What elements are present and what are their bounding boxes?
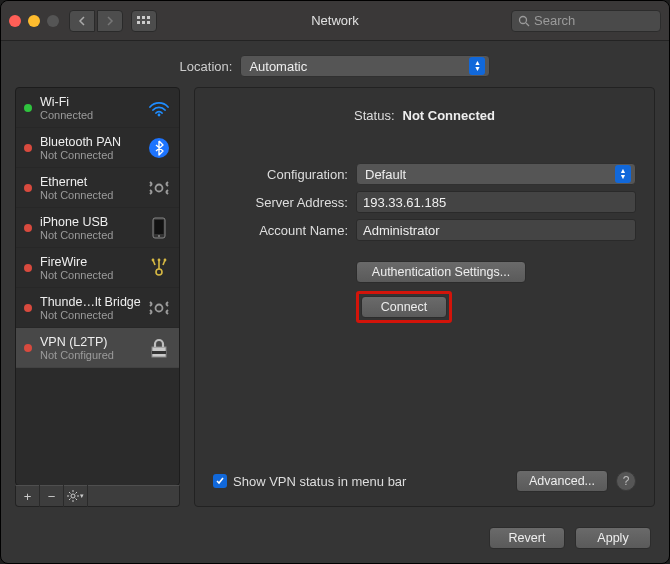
search-placeholder: Search: [534, 13, 575, 28]
svg-line-31: [76, 492, 78, 494]
svg-point-19: [152, 258, 155, 261]
svg-rect-0: [137, 16, 140, 19]
location-row: Location: Automatic ▲▼: [1, 41, 669, 87]
minimize-window-button[interactable]: [28, 15, 40, 27]
svg-line-32: [69, 499, 71, 501]
footer: Revert Apply: [1, 517, 669, 563]
services-list[interactable]: Wi-FiConnectedBluetooth PANNot Connected…: [15, 87, 180, 486]
status-dot: [24, 264, 32, 272]
service-status: Not Connected: [40, 309, 143, 321]
vpn-icon: [147, 336, 171, 360]
svg-rect-4: [142, 21, 145, 24]
status-dot: [24, 104, 32, 112]
status-dot: [24, 224, 32, 232]
actions-menu-button[interactable]: ▾: [64, 485, 88, 507]
grid-icon: [137, 16, 151, 26]
wifi-icon: [147, 96, 171, 120]
connect-highlight: Connect: [356, 291, 452, 323]
location-select[interactable]: Automatic ▲▼: [240, 55, 490, 77]
service-name: Thunde…lt Bridge: [40, 295, 143, 309]
sidebar-item-firewire[interactable]: FireWireNot Connected: [16, 248, 179, 288]
ethernet-icon: [147, 176, 171, 200]
sidebar-item-thunde-lt-bridge[interactable]: Thunde…lt BridgeNot Connected: [16, 288, 179, 328]
server-address-label: Server Address:: [213, 195, 348, 210]
status-dot: [24, 304, 32, 312]
connect-button[interactable]: Connect: [361, 296, 447, 318]
svg-point-18: [158, 258, 161, 261]
status-label: Status:: [354, 108, 394, 123]
show-vpn-label: Show VPN status in menu bar: [233, 474, 406, 489]
service-name: VPN (L2TP): [40, 335, 143, 349]
svg-point-13: [158, 235, 160, 237]
service-name: Ethernet: [40, 175, 143, 189]
add-service-button[interactable]: +: [16, 485, 40, 507]
location-value: Automatic: [249, 59, 307, 74]
search-input[interactable]: Search: [511, 10, 661, 32]
location-label: Location:: [180, 59, 233, 74]
sidebar: Wi-FiConnectedBluetooth PANNot Connected…: [15, 87, 180, 507]
svg-point-20: [164, 258, 167, 261]
apply-button[interactable]: Apply: [575, 527, 651, 549]
sidebar-item-bluetooth-pan[interactable]: Bluetooth PANNot Connected: [16, 128, 179, 168]
close-window-button[interactable]: [9, 15, 21, 27]
configuration-select[interactable]: Default ▲▼: [356, 163, 636, 185]
svg-rect-3: [137, 21, 140, 24]
firewire-icon: [147, 256, 171, 280]
action-buttons: Authentication Settings... Connect: [356, 261, 636, 323]
show-all-button[interactable]: [131, 10, 157, 32]
service-status: Not Connected: [40, 269, 143, 281]
bluetooth-icon: [147, 136, 171, 160]
network-preferences-window: Network Search Location: Automatic ▲▼ Wi…: [0, 0, 670, 564]
titlebar: Network Search: [1, 1, 669, 41]
svg-rect-12: [155, 220, 164, 234]
service-status: Not Connected: [40, 149, 143, 161]
sidebar-item-ethernet[interactable]: EthernetNot Connected: [16, 168, 179, 208]
updown-icon: ▲▼: [469, 57, 485, 75]
sidebar-item-iphone-usb[interactable]: iPhone USBNot Connected: [16, 208, 179, 248]
svg-point-14: [156, 269, 162, 275]
remove-service-button[interactable]: −: [40, 485, 64, 507]
sidebar-item-vpn-l2tp-[interactable]: VPN (L2TP)Not Configured: [16, 328, 179, 368]
advanced-button[interactable]: Advanced...: [516, 470, 608, 492]
status-dot: [24, 144, 32, 152]
authentication-settings-button[interactable]: Authentication Settings...: [356, 261, 526, 283]
window-title: Network: [311, 13, 359, 28]
back-button[interactable]: [69, 10, 95, 32]
account-name-label: Account Name:: [213, 223, 348, 238]
service-status: Not Configured: [40, 349, 143, 361]
server-address-input[interactable]: 193.33.61.185: [356, 191, 636, 213]
gear-icon: [67, 490, 79, 502]
service-name: Bluetooth PAN: [40, 135, 143, 149]
svg-point-6: [520, 16, 527, 23]
svg-point-8: [158, 113, 161, 116]
zoom-window-button[interactable]: [47, 15, 59, 27]
service-status: Not Connected: [40, 189, 143, 201]
revert-button[interactable]: Revert: [489, 527, 565, 549]
sidebar-item-wi-fi[interactable]: Wi-FiConnected: [16, 88, 179, 128]
svg-point-10: [156, 184, 163, 191]
bottom-row: Show VPN status in menu bar Advanced... …: [213, 460, 636, 492]
status-row: Status: Not Connected: [213, 108, 636, 123]
svg-line-7: [526, 23, 529, 26]
search-icon: [518, 15, 530, 27]
show-vpn-checkbox[interactable]: [213, 474, 227, 488]
help-button[interactable]: ?: [616, 471, 636, 491]
ethernet-icon: [147, 296, 171, 320]
svg-line-29: [69, 492, 71, 494]
configuration-label: Configuration:: [213, 167, 348, 182]
sidebar-toolbar: + − ▾: [15, 485, 180, 507]
forward-button[interactable]: [97, 10, 123, 32]
service-name: FireWire: [40, 255, 143, 269]
svg-line-30: [76, 499, 78, 501]
svg-rect-1: [142, 16, 145, 19]
status-dot: [24, 344, 32, 352]
service-status: Connected: [40, 109, 143, 121]
phone-icon: [147, 216, 171, 240]
account-name-input[interactable]: Administrator: [356, 219, 636, 241]
svg-rect-5: [147, 21, 150, 24]
configuration-value: Default: [365, 167, 406, 182]
svg-rect-23: [152, 351, 166, 354]
check-icon: [215, 476, 225, 486]
svg-rect-2: [147, 16, 150, 19]
nav-buttons: [69, 10, 123, 32]
